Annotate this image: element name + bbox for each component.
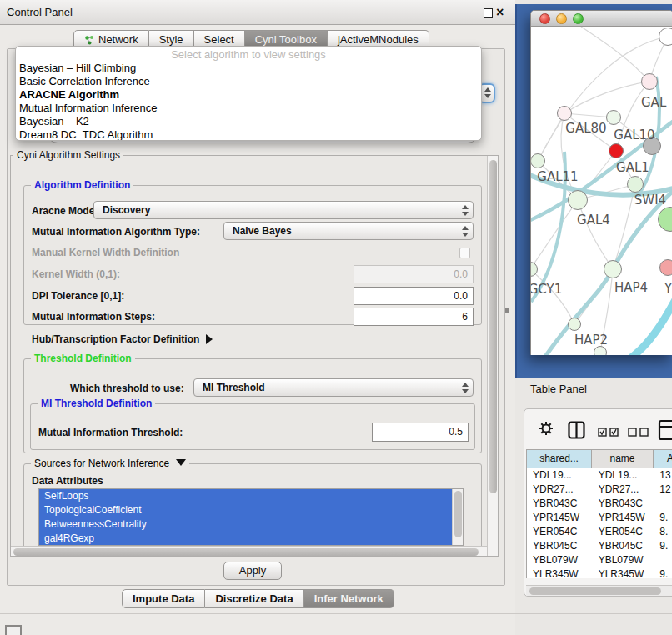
scrollbar-thumb[interactable]	[529, 588, 661, 595]
manual-kernel-label: Manual Kernel Width Definition	[32, 247, 179, 258]
dropdown-placeholder: Select algorithm to view settings	[16, 48, 481, 61]
mi-type-combo[interactable]: Naive Bayes	[223, 222, 474, 240]
combo-value: Discovery	[103, 204, 150, 216]
node-hap2[interactable]	[568, 318, 581, 331]
attribute-item[interactable]: TopologicalCoefficient	[39, 503, 463, 518]
node-label: GAL10	[614, 128, 654, 142]
table-row[interactable]: YBR043CYBR043C	[527, 497, 672, 511]
table-icon[interactable]	[658, 419, 672, 441]
node-label: HAP2	[574, 332, 608, 348]
table-row[interactable]: YBL079WYBL079W	[527, 553, 672, 568]
table-row[interactable]: YBR045CYBR045C9.	[527, 539, 672, 553]
node-label: Y	[664, 281, 672, 296]
node-gal10[interactable]	[606, 110, 621, 125]
control-panel: Control Panel × Network Style Select Cyn…	[0, 0, 515, 635]
algorithm-option[interactable]: Basic Correlation Inference	[19, 75, 150, 88]
table-header: shared...nameA	[526, 449, 672, 468]
tab-infer-network[interactable]: Infer Network	[304, 589, 394, 608]
scrollbar-thumb[interactable]	[454, 491, 462, 538]
table-row[interactable]: YLR345WYLR345W9.	[527, 568, 672, 578]
table-cell: YDR27...	[593, 482, 654, 497]
combo-arrows-icon	[462, 205, 468, 217]
node-gal4[interactable]	[568, 190, 588, 210]
algorithm-dropdown-popup: Select algorithm to view settings Bayesi…	[15, 46, 482, 141]
settings-horizontal-scrollbar[interactable]	[11, 546, 487, 557]
column-header[interactable]: A	[654, 449, 672, 468]
scrollbar-thumb[interactable]	[489, 160, 497, 493]
deselect-all-icon[interactable]	[628, 428, 649, 437]
window-bottom-edge	[0, 613, 672, 614]
tab-discretize-data[interactable]: Discretize Data	[205, 589, 303, 608]
aracne-mode-combo[interactable]: Discovery	[93, 201, 474, 219]
minimize-traffic-light[interactable]	[556, 13, 567, 24]
scrollbar-thumb[interactable]	[13, 548, 479, 556]
settings-scroll-area: Algorithm Definition Aracne Mode: Discov…	[10, 155, 499, 557]
expand-right-icon	[206, 334, 213, 344]
table-cell: YBR045C	[527, 539, 593, 553]
table-cell: YER054C	[527, 525, 593, 539]
table-row[interactable]: YPR145WYPR145W9.	[527, 511, 672, 525]
table-row[interactable]: YDL19...YDL19...13	[527, 468, 672, 482]
table-cell	[654, 497, 672, 511]
settings-vertical-scrollbar[interactable]	[487, 156, 499, 557]
hub-section-toggle[interactable]: Hub/Transcription Factor Definition	[32, 333, 213, 345]
attr-items: SelfLoopsTopologicalCoefficientBetweenne…	[39, 489, 463, 546]
node-gal80[interactable]	[557, 106, 572, 121]
tab-impute-data[interactable]: Impute Data	[122, 589, 205, 608]
node[interactable]	[659, 28, 672, 46]
table-cell: YBR043C	[593, 497, 654, 511]
network-window[interactable]: GALGAL80GAL10GAL1SWI4GAL11GAL4GCY1HAP4YH…	[530, 10, 672, 355]
table-cell: YBR043C	[527, 497, 593, 511]
panel-title: Control Panel	[7, 0, 73, 25]
network-window-titlebar[interactable]	[531, 11, 672, 27]
mi-steps-field[interactable]: 6	[354, 308, 474, 326]
dpi-tolerance-field[interactable]: 0.0	[354, 287, 474, 305]
algorithm-option[interactable]: Bayesian – Hill Climbing	[19, 62, 136, 75]
table-horizontal-scrollbar[interactable]	[526, 585, 672, 596]
table-row[interactable]: YDR27...YDR27...12	[527, 482, 672, 497]
tab-label: Discretize Data	[215, 590, 293, 608]
apply-button[interactable]: Apply	[223, 562, 282, 580]
column-header[interactable]: shared...	[526, 449, 592, 468]
attribute-item[interactable]: SelfLoops	[39, 489, 463, 503]
close-icon[interactable]: ×	[496, 3, 504, 22]
which-threshold-combo[interactable]: MI Threshold	[193, 378, 474, 397]
select-all-icon[interactable]	[598, 428, 619, 437]
data-attributes-list: SelfLoopsTopologicalCoefficientBetweenne…	[38, 488, 464, 546]
manual-kernel-checkbox[interactable]	[459, 248, 470, 258]
mi-steps-label: Mutual Information Steps:	[32, 311, 155, 322]
algorithm-option[interactable]: Mutual Information Inference	[19, 102, 157, 115]
mi-type-label: Mutual Information Algorithm Type:	[32, 226, 200, 238]
control-panel-titlebar: Control Panel	[0, 0, 515, 25]
algorithm-option[interactable]: Bayesian – K2	[19, 115, 89, 128]
node-swi4[interactable]	[627, 176, 644, 192]
gear-icon[interactable]	[539, 421, 554, 436]
column-layout-icon[interactable]	[568, 421, 585, 439]
algorithm-option[interactable]: Dream8 DC_TDC Algorithm	[19, 128, 153, 141]
float-icon[interactable]	[484, 8, 493, 18]
close-traffic-light[interactable]	[539, 13, 550, 24]
table-cell: 13	[654, 468, 672, 482]
node-salmon[interactable]	[659, 259, 672, 276]
table-row[interactable]: YER054CYER054C8.	[527, 525, 672, 539]
algorithm-option[interactable]: ARACNE Algorithm	[19, 88, 119, 102]
node-red[interactable]	[609, 143, 624, 158]
kernel-width-field[interactable]: 0.0	[354, 265, 474, 283]
panel-splitter[interactable]	[505, 308, 509, 313]
table-cell: YPR145W	[527, 511, 593, 525]
node-hap4[interactable]	[604, 260, 622, 278]
node-label: HAP4	[614, 280, 648, 295]
column-header[interactable]: name	[592, 449, 654, 468]
table-cell: YDL19...	[527, 468, 593, 482]
node-pink[interactable]	[641, 73, 658, 90]
list-scrollbar[interactable]	[452, 489, 463, 545]
data-attributes-label: Data Attributes	[32, 475, 103, 487]
sources-toggle[interactable]: Sources for Network Inference	[31, 458, 189, 470]
network-canvas[interactable]: GALGAL80GAL10GAL1SWI4GAL11GAL4GCY1HAP4YH…	[531, 27, 672, 355]
mi-threshold-field[interactable]: 0.5	[372, 422, 469, 442]
minimized-panel-chip[interactable]	[5, 625, 22, 635]
attribute-item[interactable]: gal4RGexp	[39, 532, 463, 546]
zoom-traffic-light[interactable]	[573, 13, 584, 24]
table-cell: 8.	[654, 525, 672, 539]
attribute-item[interactable]: BetweennessCentrality	[39, 518, 463, 532]
